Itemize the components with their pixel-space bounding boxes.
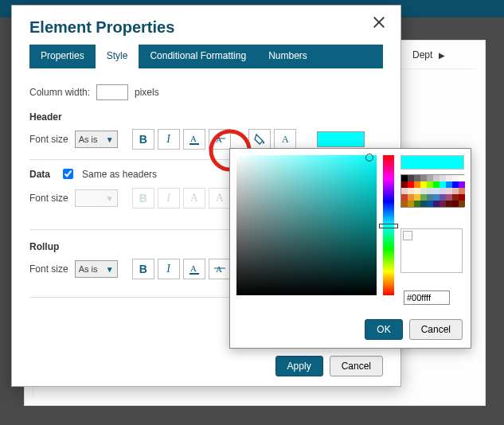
swatch[interactable] (401, 201, 408, 207)
data-section-label: Data (29, 169, 50, 180)
header-font-color-button[interactable]: A (183, 129, 205, 150)
color-ok-button[interactable]: OK (365, 319, 402, 340)
chevron-right-icon: ▶ (439, 51, 445, 60)
swatch[interactable] (427, 201, 433, 207)
swatch[interactable] (408, 201, 414, 207)
close-icon[interactable] (372, 15, 389, 33)
hex-input[interactable] (404, 290, 450, 305)
swatch[interactable] (459, 194, 465, 201)
swatch[interactable] (440, 188, 446, 194)
dialog-title: Element Properties (12, 6, 400, 45)
rollup-strike-button[interactable]: A (209, 259, 231, 279)
rollup-font-size-label: Font size (29, 263, 68, 275)
swatch[interactable] (414, 175, 420, 181)
column-width-input[interactable] (96, 84, 128, 100)
swatch[interactable] (420, 175, 427, 181)
swatch[interactable] (452, 188, 459, 194)
tab-properties[interactable]: Properties (29, 45, 96, 68)
rollup-italic-button[interactable]: I (158, 259, 180, 279)
hue-indicator-icon (379, 224, 398, 228)
cancel-button[interactable]: Cancel (330, 356, 383, 376)
swatch[interactable] (446, 201, 452, 207)
swatch[interactable] (459, 201, 465, 207)
chevron-down-icon: ▼ (106, 135, 114, 144)
swatch[interactable] (446, 175, 452, 181)
swatch[interactable] (440, 181, 446, 188)
header-fill-color-button[interactable] (248, 129, 271, 150)
recent-swatch[interactable] (403, 231, 412, 240)
color-cancel-button[interactable]: Cancel (409, 319, 463, 340)
swatch[interactable] (433, 201, 440, 207)
swatch[interactable] (446, 194, 452, 201)
swatch[interactable] (452, 181, 459, 188)
hue-slider[interactable] (383, 155, 394, 295)
swatch[interactable] (427, 188, 433, 194)
svg-text:A: A (282, 134, 289, 145)
swatch[interactable] (401, 194, 408, 201)
data-strike-button: A (209, 188, 231, 209)
header-color-preview (317, 131, 365, 147)
svg-text:A: A (216, 264, 222, 274)
swatch[interactable] (420, 181, 427, 188)
swatch[interactable] (427, 194, 433, 201)
swatch[interactable] (401, 181, 408, 188)
swatch[interactable] (459, 181, 465, 188)
data-font-size-label: Font size (29, 193, 68, 204)
swatch[interactable] (408, 175, 414, 181)
chevron-down-icon: ▼ (106, 265, 114, 274)
swatch[interactable] (408, 194, 414, 201)
dept-text: Dept (412, 49, 432, 60)
swatch[interactable] (446, 188, 452, 194)
swatch[interactable] (401, 175, 408, 181)
svg-rect-1 (189, 143, 199, 145)
swatch[interactable] (440, 175, 446, 181)
swatch[interactable] (433, 175, 440, 181)
dept-label[interactable]: Dept ▶ (412, 49, 445, 60)
swatch[interactable] (401, 188, 408, 194)
rollup-bold-button[interactable]: B (132, 259, 154, 279)
tab-numbers[interactable]: Numbers (257, 45, 318, 68)
apply-button[interactable]: Apply (275, 356, 323, 376)
header-strike-button[interactable]: A (209, 129, 231, 150)
swatch[interactable] (440, 201, 446, 207)
header-bold-button[interactable]: B (132, 129, 154, 150)
swatch[interactable] (452, 194, 459, 201)
data-font-size-select: ▼ (75, 189, 118, 207)
swatch[interactable] (446, 181, 452, 188)
same-as-headers-checkbox[interactable] (63, 169, 73, 179)
swatch[interactable] (440, 194, 446, 201)
tab-style[interactable]: Style (96, 45, 139, 68)
swatch[interactable] (414, 201, 420, 207)
swatch[interactable] (452, 175, 459, 181)
swatch[interactable] (420, 188, 427, 194)
swatch[interactable] (459, 188, 465, 194)
same-as-headers-label: Same as headers (82, 169, 157, 180)
svg-text:A: A (216, 135, 222, 144)
swatch[interactable] (459, 175, 465, 181)
header-text-color-button[interactable]: A (274, 129, 296, 150)
swatch[interactable] (433, 194, 440, 201)
color-preview (400, 155, 464, 170)
svg-text:A: A (190, 263, 197, 273)
swatch[interactable] (433, 188, 440, 194)
header-font-size-select[interactable]: As is ▼ (75, 131, 118, 148)
swatch[interactable] (427, 181, 433, 188)
tab-conditional-formatting[interactable]: Conditional Formatting (139, 45, 257, 68)
swatch[interactable] (408, 181, 414, 188)
swatch[interactable] (433, 181, 440, 188)
swatch[interactable] (414, 188, 420, 194)
swatch[interactable] (427, 175, 433, 181)
swatch[interactable] (414, 194, 420, 201)
rollup-font-color-button[interactable]: A (183, 259, 205, 279)
data-italic-button: I (158, 188, 180, 209)
saturation-value-area[interactable] (236, 155, 377, 295)
swatch-palette (400, 174, 464, 208)
swatch[interactable] (420, 201, 427, 207)
data-font-color-button: A (183, 188, 205, 209)
header-italic-button[interactable]: I (158, 129, 180, 150)
rollup-font-size-select[interactable]: As is ▼ (75, 260, 118, 278)
swatch[interactable] (408, 188, 414, 194)
swatch[interactable] (452, 201, 459, 207)
swatch[interactable] (420, 194, 427, 201)
swatch[interactable] (414, 181, 420, 188)
